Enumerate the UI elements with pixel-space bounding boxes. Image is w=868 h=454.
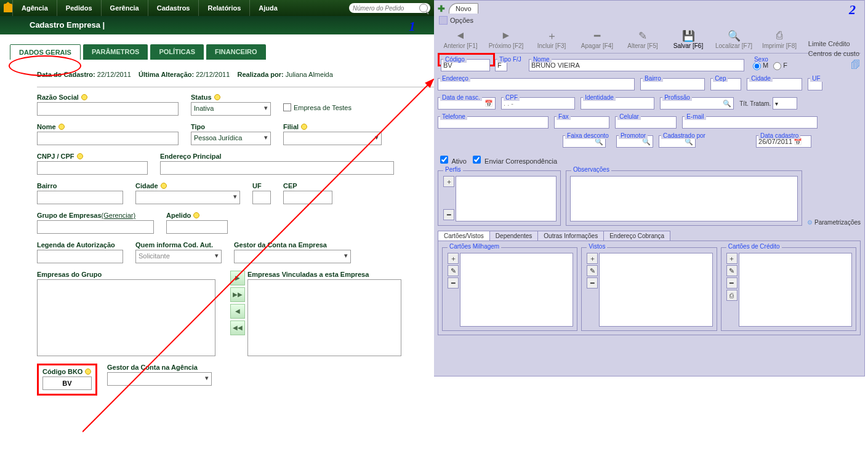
novo-tab[interactable]: Novo: [449, 3, 478, 14]
nav-relatorios[interactable]: Relatórios: [198, 0, 249, 16]
required-icon: [301, 124, 307, 130]
apelido-input[interactable]: [166, 220, 228, 234]
status-select[interactable]: Inativa: [191, 102, 271, 116]
nav-gerencia[interactable]: Gerência: [101, 0, 148, 16]
perfis-add-button[interactable]: ＋: [443, 176, 454, 187]
credito-add-button[interactable]: ＋: [726, 253, 737, 264]
milhagem-add-button[interactable]: ＋: [448, 253, 459, 264]
main-nav: Agência Pedidos Gerência Cadastros Relat…: [0, 0, 434, 16]
tab-parametros[interactable]: PARÂMETROS: [83, 44, 148, 60]
left-pane: Agência Pedidos Gerência Cadastros Relat…: [0, 0, 434, 454]
nav-cadastros[interactable]: Cadastros: [148, 0, 199, 16]
required-icon: [58, 124, 65, 130]
uf-input[interactable]: [252, 191, 271, 204]
tab-cartoes-vistos[interactable]: Cartões/Vistos: [438, 231, 490, 241]
codigo-bko-highlight: Código BKO: [37, 364, 97, 396]
arrow-left-icon: ◄: [456, 30, 466, 42]
razao-social-input[interactable]: [37, 102, 179, 116]
nome-input[interactable]: [37, 132, 179, 145]
new-tab-icon[interactable]: ✚: [438, 4, 445, 14]
opcoes-menu[interactable]: Opções: [439, 16, 861, 25]
imprimir-button[interactable]: ⎙Imprimir [F8]: [757, 30, 802, 49]
right-form: CódigoBV Tipo F/JF NomeBRUNO VIEIRA Sexo…: [438, 56, 861, 335]
gestor-agencia-select[interactable]: [107, 372, 212, 386]
enviar-correspondencia-checkbox[interactable]: Enviar Correspondência: [470, 157, 557, 165]
minus-icon: ━: [594, 30, 600, 42]
search-icon: 🔍: [728, 30, 741, 42]
filial-select[interactable]: [283, 132, 382, 145]
vistos-add-button[interactable]: ＋: [587, 253, 598, 264]
order-search: [349, 3, 430, 13]
credito-remove-button[interactable]: ━: [726, 277, 737, 289]
endereco-principal-input[interactable]: [160, 161, 394, 175]
tab-politicas[interactable]: POLÍTICAS: [150, 44, 204, 60]
perfis-list[interactable]: [456, 176, 557, 221]
proximo-button[interactable]: ►Próximo [F2]: [483, 30, 529, 49]
form: Data do Cadastro: 22/12/2011 Última Alte…: [0, 60, 434, 396]
required-icon: [193, 212, 199, 218]
toolbar: ◄Anterior [F1] ►Próximo [F2] ＋Incluir [F…: [438, 28, 861, 54]
cep-input[interactable]: [283, 191, 332, 204]
move-right-button[interactable]: ▶: [230, 271, 245, 285]
empresas-vinculadas-list[interactable]: [247, 279, 401, 356]
observacoes-textarea[interactable]: [570, 176, 798, 221]
limite-credito-link[interactable]: Limite Crédito: [808, 40, 859, 47]
vistos-remove-button[interactable]: ━: [587, 277, 598, 289]
opcoes-icon: [439, 16, 448, 25]
page-header: Cadastro Empresa | 1: [0, 16, 434, 34]
localizar-button[interactable]: 🔍Localizar [F7]: [711, 30, 757, 49]
vistos-list[interactable]: [599, 253, 712, 327]
search-icon[interactable]: [419, 4, 428, 12]
page-title: Cadastro Empresa |: [30, 20, 105, 30]
alterar-button[interactable]: ✎Alterar [F5]: [620, 30, 665, 49]
credito-edit-button[interactable]: ✎: [726, 265, 737, 276]
nav-ajuda[interactable]: Ajuda: [249, 0, 286, 16]
order-search-input[interactable]: [352, 4, 419, 12]
tab-financeiro[interactable]: FINANCEIRO: [206, 44, 265, 60]
milhagem-list[interactable]: [460, 253, 573, 327]
salvar-button[interactable]: 💾Salvar [F6]: [665, 30, 711, 49]
ativo-checkbox[interactable]: Ativo: [438, 157, 467, 165]
move-all-left-button[interactable]: ◀◀: [230, 321, 245, 335]
empresas-grupo-list[interactable]: [37, 279, 215, 356]
tab-dados-gerais[interactable]: DADOS GERAIS: [10, 44, 81, 60]
tab-dependentes[interactable]: Dependentes: [489, 231, 539, 241]
save-icon: 💾: [682, 30, 695, 42]
credito-list[interactable]: [739, 253, 852, 327]
gerenciar-link[interactable]: (Gerenciar): [102, 212, 136, 219]
empresa-testes-checkbox[interactable]: [283, 103, 291, 111]
quem-informa-select[interactable]: Solicitante: [135, 250, 222, 263]
cnpj-cpf-input[interactable]: [37, 161, 148, 175]
legenda-autorizacao-input[interactable]: [37, 250, 123, 263]
parametrizacoes-link[interactable]: Parametrizações: [814, 219, 861, 226]
incluir-button[interactable]: ＋Incluir [F3]: [529, 30, 574, 49]
tipo-select[interactable]: Pessoa Jurídica: [191, 132, 271, 145]
cidade-select[interactable]: [135, 191, 240, 204]
vistos-edit-button[interactable]: ✎: [587, 265, 598, 276]
perfis-remove-button[interactable]: ━: [443, 209, 454, 220]
codigo-bko-input[interactable]: [42, 376, 92, 390]
apagar-button[interactable]: ━Apagar [F4]: [574, 30, 620, 49]
copy-icon[interactable]: 🗐: [851, 60, 861, 71]
nav-agencia[interactable]: Agência: [12, 0, 57, 16]
print-icon: ⎙: [776, 30, 782, 42]
required-icon: [214, 94, 220, 100]
home-icon[interactable]: [4, 4, 12, 12]
codigo-highlight: CódigoBV: [438, 53, 495, 66]
move-all-right-button[interactable]: ▶▶: [230, 287, 245, 302]
tab-outras-info[interactable]: Outras Informações: [537, 231, 604, 241]
nav-pedidos[interactable]: Pedidos: [57, 0, 101, 16]
anterior-button[interactable]: ◄Anterior [F1]: [438, 30, 483, 49]
grupo-empresas-input[interactable]: [37, 220, 154, 234]
milhagem-remove-button[interactable]: ━: [448, 277, 459, 289]
milhagem-edit-button[interactable]: ✎: [448, 265, 459, 276]
callout-1: 1: [409, 17, 416, 36]
move-left-button[interactable]: ◀: [230, 304, 245, 319]
credito-print-button[interactable]: ⎙: [726, 290, 737, 301]
tab-endereco-cobranca[interactable]: Endereço Cobrança: [603, 231, 670, 241]
bairro-input[interactable]: [37, 191, 123, 204]
callout-2: 2: [849, 2, 856, 18]
edit-icon: ✎: [638, 30, 647, 42]
plus-icon: ＋: [547, 30, 557, 42]
gestor-empresa-select[interactable]: [234, 250, 351, 263]
